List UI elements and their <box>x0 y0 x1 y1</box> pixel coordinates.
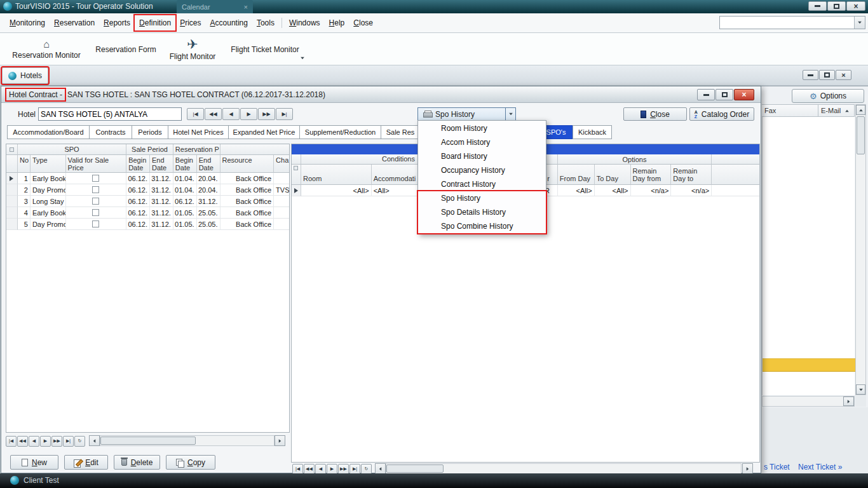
spo-row[interactable]: 4 Early Bookir 06.12. 31.12. 01.05. 25.0… <box>6 207 289 219</box>
child-restore-button[interactable] <box>819 70 835 80</box>
menu-combobox-input[interactable] <box>720 17 853 29</box>
spo-row[interactable]: 2 Day Promot 06.12. 31.12. 01.04. 20.04.… <box>6 184 289 196</box>
nav-refresh-button[interactable]: ↻ <box>361 464 372 475</box>
hotels-window-tab[interactable]: Hotels <box>2 67 48 84</box>
col-to-day[interactable]: To Day <box>595 165 631 185</box>
hscroll-left-button[interactable] <box>89 435 100 446</box>
valid-checkbox[interactable] <box>92 220 99 227</box>
col-res-end-date[interactable]: End Date <box>197 155 220 173</box>
tab-accommodation-board[interactable]: Accommodation/Board <box>7 125 90 139</box>
col-resource[interactable]: Resource <box>220 155 275 173</box>
nav-prev-button[interactable]: ◀ <box>29 436 39 447</box>
hotel-field-input[interactable] <box>38 107 182 121</box>
next-ticket-link[interactable]: Next Ticket » <box>798 463 842 471</box>
nav-prev-page-button[interactable]: ◀◀ <box>304 464 315 475</box>
menu-tools[interactable]: Tools <box>252 15 279 30</box>
nav-last-button[interactable]: ▶| <box>276 108 293 120</box>
hscrollbar-track[interactable] <box>762 396 855 407</box>
child-close-button[interactable]: × <box>836 70 851 80</box>
col-sale-begin-date[interactable]: Begin Date <box>126 155 150 173</box>
valid-checkbox[interactable] <box>92 186 99 193</box>
col-remain-day-from[interactable]: Remain Day from <box>631 165 672 185</box>
child-minimize-button[interactable] <box>803 70 818 80</box>
combobox-dropdown-button[interactable] <box>854 17 865 29</box>
hscroll-right-button[interactable] <box>843 396 854 406</box>
col-remain-day-to[interactable]: Remain Day to <box>671 165 712 185</box>
menu-item-board-history[interactable]: Board History <box>418 149 546 163</box>
valid-checkbox[interactable] <box>92 198 99 205</box>
column-header-fax[interactable]: Fax <box>762 104 818 117</box>
menu-definition[interactable]: Definition <box>135 15 175 30</box>
spo-row[interactable]: 1 Early Bookir 06.12. 31.12. 01.04. 20.0… <box>6 173 289 184</box>
column-header-email[interactable]: E-Mail <box>818 104 855 117</box>
prev-ticket-link[interactable]: s Ticket <box>764 463 790 471</box>
options-button[interactable]: ⚙ Options <box>792 89 864 103</box>
spo-history-dropdown-button[interactable] <box>506 107 516 121</box>
window-maximize-button[interactable] <box>827 1 846 11</box>
nav-prev-button[interactable]: ◀ <box>222 108 240 120</box>
tab-close-icon[interactable]: × <box>244 3 248 11</box>
menu-accounting[interactable]: Accounting <box>206 15 252 30</box>
menu-reports[interactable]: Reports <box>99 15 135 30</box>
contract-restore-button[interactable] <box>715 89 733 100</box>
nav-next-button[interactable]: ▶ <box>327 464 337 475</box>
nav-first-button[interactable]: |◀ <box>187 108 204 120</box>
hscrollbar-track[interactable] <box>386 463 742 474</box>
menu-item-spo-combine-history[interactable]: Spo Combine History <box>418 219 546 233</box>
nav-next-page-button[interactable]: ▶▶ <box>258 108 275 120</box>
menu-item-room-history[interactable]: Room History <box>418 121 546 135</box>
menu-monitoring[interactable]: Monitoring <box>5 15 50 30</box>
menu-prices[interactable]: Prices <box>175 15 205 30</box>
window-minimize-button[interactable] <box>808 1 827 11</box>
menu-reservation[interactable]: Reservation <box>50 15 99 30</box>
flight-ticket-monitor-button[interactable]: Flight Ticket Monitor <box>224 35 306 64</box>
flight-monitor-button[interactable]: ✈ Flight Monitor <box>164 35 221 64</box>
valid-checkbox[interactable] <box>92 175 99 182</box>
tab-expanded-net-price[interactable]: Expanded Net Price <box>228 125 300 139</box>
col-res-begin-date[interactable]: Begin Date <box>173 155 197 173</box>
menu-item-spo-details-history[interactable]: Spo Details History <box>418 205 546 219</box>
copy-button[interactable]: Copy <box>166 455 215 470</box>
hscroll-right-button[interactable] <box>275 435 285 446</box>
menu-windows[interactable]: Windows <box>285 15 325 30</box>
hscrollbar-track[interactable] <box>100 435 275 446</box>
catalog-order-button[interactable]: Catalog Order <box>689 107 754 121</box>
nav-first-button[interactable]: |◀ <box>6 436 17 447</box>
tab-supplement-reduction[interactable]: Supplement/Reduction <box>299 125 381 139</box>
nav-next-page-button[interactable]: ▶▶ <box>338 464 349 475</box>
nav-next-page-button[interactable]: ▶▶ <box>51 436 62 447</box>
contract-titlebar[interactable]: Hotel Contract - SAN TSG HOTEL : SAN TSG… <box>1 86 761 103</box>
menu-item-accom-history[interactable]: Accom History <box>418 135 546 149</box>
spo-row[interactable]: 5 Day Promot 06.12. 31.12. 01.05. 25.05.… <box>6 219 289 230</box>
menu-combobox[interactable] <box>719 16 865 29</box>
nav-prev-button[interactable]: ◀ <box>315 464 326 475</box>
nav-next-button[interactable]: ▶ <box>40 436 51 447</box>
col-type[interactable]: Type <box>31 155 66 173</box>
edit-button[interactable]: Edit <box>64 455 108 470</box>
nav-first-button[interactable]: |◀ <box>292 464 303 475</box>
vscroll-down-button[interactable] <box>856 384 865 395</box>
col-from-day[interactable]: From Day <box>558 165 595 185</box>
tab-kickback[interactable]: Kickback <box>573 125 612 139</box>
vscrollbar-thumb[interactable] <box>857 116 865 154</box>
contract-close-button[interactable]: × <box>734 89 754 100</box>
hscroll-left-button[interactable] <box>375 463 386 474</box>
vscrollbar-track[interactable] <box>855 104 866 395</box>
reservation-form-button[interactable]: Reservation Form <box>90 35 161 64</box>
menu-item-contract-history[interactable]: Contract History <box>418 177 546 191</box>
valid-checkbox[interactable] <box>92 209 99 216</box>
menu-help[interactable]: Help <box>325 15 349 30</box>
nav-last-button[interactable]: ▶| <box>63 436 74 447</box>
col-valid-for-sale-price[interactable]: Valid for Sale Price <box>66 155 127 173</box>
hscrollbar-thumb[interactable] <box>386 464 444 473</box>
reservation-monitor-button[interactable]: ⌂ Reservation Monitor <box>5 35 88 64</box>
menu-close[interactable]: Close <box>349 15 377 30</box>
hscroll-right-button[interactable] <box>742 463 753 474</box>
nav-prev-page-button[interactable]: ◀◀ <box>205 108 222 120</box>
delete-button[interactable]: Delete <box>114 455 160 470</box>
menu-item-spo-history[interactable]: Spo History <box>418 191 546 205</box>
spo-history-button[interactable]: Spo History <box>417 107 506 121</box>
tab-contracts[interactable]: Contracts <box>89 125 132 139</box>
nav-last-button[interactable]: ▶| <box>349 464 360 475</box>
nav-refresh-button[interactable]: ↻ <box>74 436 85 447</box>
